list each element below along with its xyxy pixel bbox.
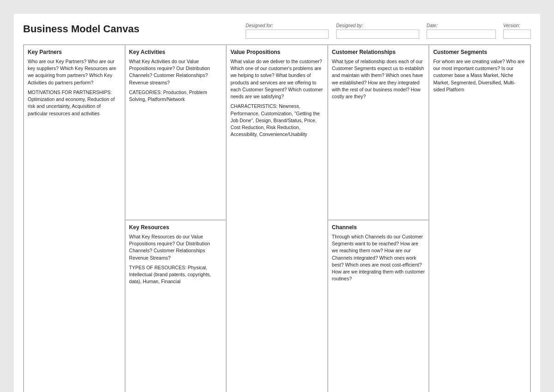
value-propositions-p1: What value do we deliver to the customer…: [230, 58, 324, 100]
key-resources-title: Key Resources: [129, 224, 223, 231]
customer-segments-p1: For whom are we creating value? Who are …: [433, 58, 526, 93]
top-section: Key Partners Who are our Key Partners? W…: [24, 45, 530, 392]
key-resources-p2: TYPES OF RESOURCES: Physical, Intellectu…: [129, 264, 223, 285]
version-input[interactable]: [503, 30, 531, 39]
canvas: Key Partners Who are our Key Partners? W…: [23, 44, 531, 392]
designed-by-input[interactable]: [336, 30, 419, 39]
date-field: Date:: [427, 23, 496, 39]
key-activities-p2: CATEGORIES: Production, Problem Solving,…: [129, 89, 223, 103]
designed-for-label: Designed for:: [246, 23, 329, 28]
designed-by-label: Designed by:: [336, 23, 419, 28]
key-resources-p1: What Key Resources do our Value Proposit…: [129, 233, 223, 261]
value-propositions-title: Value Propositions: [230, 49, 324, 55]
value-propositions-text: What value do we deliver to the customer…: [230, 58, 324, 138]
channels-title: Channels: [332, 224, 425, 231]
customer-relationships-cell: Customer Relationships What type of rela…: [328, 45, 429, 220]
key-activities-p1: What Key Activities do our Value Proposi…: [129, 58, 223, 86]
version-label: Version:: [503, 23, 531, 28]
channels-p1: Through which Channels do our Customer S…: [332, 233, 425, 283]
customer-relationships-title: Customer Relationships: [332, 49, 425, 55]
channels-cell: Channels Through which Channels do our C…: [328, 220, 429, 392]
customer-segments-cell: Customer Segments For whom are we creati…: [429, 45, 530, 392]
key-resources-text: What Key Resources do our Value Proposit…: [129, 233, 223, 285]
key-partners-p1: Who are our Key Partners? Who are our ke…: [28, 58, 121, 86]
page: Business Model Canvas Designed for: Desi…: [14, 14, 540, 392]
header-row: Business Model Canvas Designed for: Desi…: [23, 23, 531, 39]
key-partners-title: Key Partners: [28, 49, 121, 55]
key-partners-cell: Key Partners Who are our Key Partners? W…: [24, 45, 125, 392]
key-activities-text: What Key Activities do our Value Proposi…: [129, 58, 223, 103]
value-propositions-cell: Value Propositions What value do we deli…: [226, 45, 328, 392]
designed-for-input[interactable]: [246, 30, 329, 39]
key-partners-text: Who are our Key Partners? Who are our ke…: [28, 58, 121, 117]
customer-relationships-p1: What type of relationship does each of o…: [332, 58, 425, 100]
key-partners-p2: MOTIVATIONS FOR PARTNERSHIPS: Optimizati…: [28, 89, 121, 117]
date-input[interactable]: [427, 30, 496, 39]
version-field: Version:: [503, 23, 531, 39]
page-title: Business Model Canvas: [23, 23, 139, 35]
designed-for-field: Designed for:: [246, 23, 329, 39]
customer-segments-title: Customer Segments: [433, 49, 526, 55]
key-activities-title: Key Activities: [129, 49, 223, 55]
customer-relationships-text: What type of relationship does each of o…: [332, 58, 425, 100]
key-activities-cell: Key Activities What Key Activities do ou…: [125, 45, 227, 220]
key-resources-cell: Key Resources What Key Resources do our …: [125, 220, 227, 392]
designed-by-field: Designed by:: [336, 23, 419, 39]
channels-text: Through which Channels do our Customer S…: [332, 233, 425, 283]
date-label: Date:: [427, 23, 496, 28]
header-fields: Designed for: Designed by: Date: Version…: [246, 23, 531, 39]
value-propositions-p2: CHARACTERISTICS: Newness, Performance, C…: [230, 103, 324, 138]
customer-segments-text: For whom are we creating value? Who are …: [433, 58, 526, 93]
